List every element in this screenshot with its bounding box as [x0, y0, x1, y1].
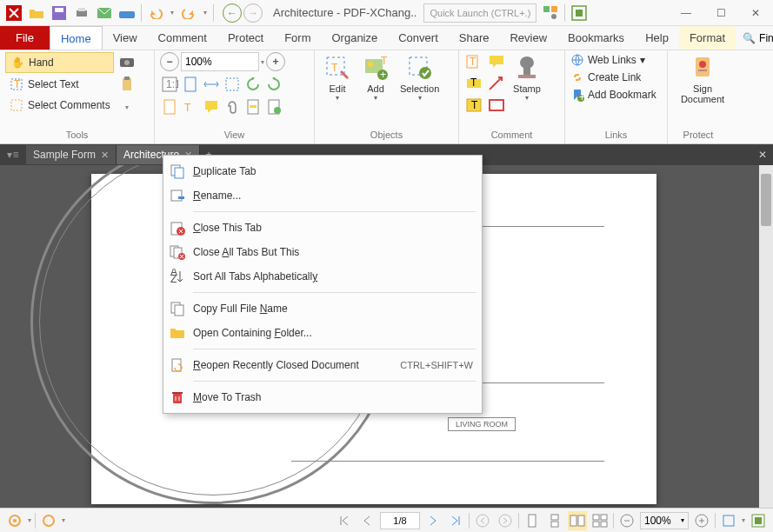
prev-page-icon[interactable] [357, 511, 377, 530]
maximize-button[interactable]: ☐ [703, 0, 738, 26]
menu-protect[interactable]: Protect [217, 26, 274, 50]
cm-open-containing-folder[interactable]: Open Containing Folder... [163, 321, 482, 345]
typewriter-icon[interactable]: T [181, 97, 200, 116]
selection-button[interactable]: Selection ▾ [396, 52, 443, 103]
find-button[interactable]: 🔍 Find... [736, 26, 773, 50]
nav-back-icon[interactable]: ← [223, 3, 242, 23]
clipboard-dropdown-icon[interactable]: ▾ [117, 97, 137, 116]
scroll-thumb[interactable] [761, 174, 771, 226]
vertical-scrollbar[interactable] [759, 165, 773, 513]
zoom-in-button[interactable]: + [266, 52, 285, 71]
arrow-icon[interactable] [487, 74, 506, 93]
options-left2-icon[interactable] [39, 511, 58, 530]
email-icon[interactable] [94, 3, 115, 23]
note-icon[interactable] [202, 97, 221, 116]
save-icon[interactable] [49, 3, 70, 23]
launch-app-icon[interactable] [569, 3, 590, 23]
rotate-ccw-icon[interactable] [243, 75, 263, 94]
stamp-button[interactable]: Stamp ▾ [510, 52, 544, 103]
menu-form[interactable]: Form [274, 26, 321, 50]
nav-back-status-icon[interactable] [473, 511, 492, 530]
highlight-icon[interactable]: T [464, 52, 483, 71]
menu-convert[interactable]: Convert [388, 26, 449, 50]
text-box-icon[interactable]: T [464, 96, 483, 115]
fit-page-icon[interactable] [181, 75, 200, 94]
page-display-icon[interactable] [160, 97, 179, 116]
zoom-input[interactable] [181, 52, 259, 71]
page-input[interactable] [380, 512, 420, 529]
add-button[interactable]: T+ Add ▾ [358, 52, 393, 103]
hand-tool[interactable]: ✋ Hand [5, 52, 114, 73]
menu-organize[interactable]: Organize [321, 26, 388, 50]
menu-bookmarks[interactable]: Bookmarks [557, 26, 635, 50]
quick-launch-input[interactable]: Quick Launch (CTRL+.) [423, 3, 536, 23]
cm-reopen-closed[interactable]: Reopen Recently Closed Document CTRL+SHI… [163, 353, 482, 377]
minimize-button[interactable]: — [669, 0, 703, 26]
menu-format[interactable]: Format [679, 26, 736, 50]
tabbar-close-icon[interactable]: ✕ [752, 149, 773, 161]
select-text-tool[interactable]: T Select Text [5, 75, 114, 94]
sign-document-button[interactable]: Sign Document [673, 52, 732, 106]
scan-icon[interactable] [117, 3, 137, 23]
cm-duplicate-tab[interactable]: Duplicate Tab [163, 159, 482, 183]
cm-close-this-tab[interactable]: Close This Tab [163, 216, 482, 240]
continuous-icon[interactable] [545, 511, 564, 530]
menu-help[interactable]: Help [635, 26, 679, 50]
menu-comment[interactable]: Comment [148, 26, 217, 50]
two-continuous-icon[interactable] [590, 511, 610, 530]
web-links-button[interactable]: Web Links ▾ [570, 52, 645, 68]
file-menu[interactable]: File [0, 26, 50, 50]
menu-review[interactable]: Review [499, 26, 557, 50]
sticky-note-icon[interactable] [487, 52, 506, 71]
app-icon[interactable] [3, 3, 24, 23]
cm-move-to-trash[interactable]: Move To Trash [163, 385, 482, 409]
cm-close-all-but-this[interactable]: Close All Tabs But This [163, 240, 482, 264]
attach-icon[interactable] [223, 97, 242, 116]
fit-status-icon[interactable] [719, 511, 738, 530]
two-page-icon[interactable] [568, 511, 587, 530]
first-page-icon[interactable] [335, 511, 354, 530]
clipboard-icon[interactable] [117, 75, 137, 94]
print-icon[interactable] [71, 3, 92, 23]
menu-home[interactable]: Home [50, 26, 103, 50]
actual-size-icon[interactable]: 1:1 [160, 75, 179, 94]
text-highlight-icon[interactable]: T [464, 74, 483, 93]
highlight-doc-icon[interactable] [243, 97, 263, 116]
ui-options-icon[interactable] [540, 3, 561, 23]
cm-copy-filename[interactable]: Copy Full File Name [163, 296, 482, 321]
nav-forward-icon[interactable]: → [243, 3, 263, 23]
snapshot-icon[interactable] [117, 52, 137, 71]
zoom-status-input[interactable]: 100%▾ [640, 512, 689, 529]
fullscreen-icon[interactable] [749, 511, 768, 530]
close-tab-icon[interactable]: ✕ [101, 150, 109, 161]
create-link-button[interactable]: Create Link [570, 70, 641, 85]
nav-fwd-status-icon[interactable] [496, 511, 515, 530]
undo-icon[interactable] [145, 3, 166, 23]
open-icon[interactable] [26, 3, 47, 23]
cm-rename[interactable]: Rename... [163, 183, 482, 208]
edit-button[interactable]: T Edit ▾ [320, 52, 355, 103]
select-comments-tool[interactable]: Select Comments [5, 96, 114, 115]
next-page-icon[interactable] [423, 511, 443, 530]
fit-visible-icon[interactable] [223, 75, 242, 94]
menu-share[interactable]: Share [449, 26, 500, 50]
chevron-down-icon[interactable]: ▾ [28, 516, 31, 524]
chevron-down-icon[interactable]: ▾ [62, 516, 65, 524]
undo-dropdown-icon[interactable]: ▾ [168, 3, 177, 23]
options-left-icon[interactable] [5, 511, 24, 530]
menu-view[interactable]: View [103, 26, 148, 50]
redo-dropdown-icon[interactable]: ▾ [201, 3, 210, 23]
zoom-out-button[interactable]: − [160, 52, 179, 71]
zoom-in-status-icon[interactable] [692, 511, 711, 530]
chevron-down-icon[interactable]: ▾ [742, 516, 745, 524]
close-button[interactable]: ✕ [738, 0, 773, 26]
single-page-icon[interactable] [523, 511, 542, 530]
tab-list-icon[interactable]: ▾≡ [0, 144, 26, 165]
add-bookmark-button[interactable]: + Add Bookmark [570, 87, 656, 103]
rotate-cw-icon[interactable] [264, 75, 283, 94]
rectangle-icon[interactable] [487, 96, 506, 115]
redo-icon[interactable] [178, 3, 199, 23]
fit-width-icon[interactable] [202, 75, 221, 94]
zoom-out-status-icon[interactable] [617, 511, 636, 530]
tab-sample-form[interactable]: Sample Form ✕ [26, 145, 117, 164]
